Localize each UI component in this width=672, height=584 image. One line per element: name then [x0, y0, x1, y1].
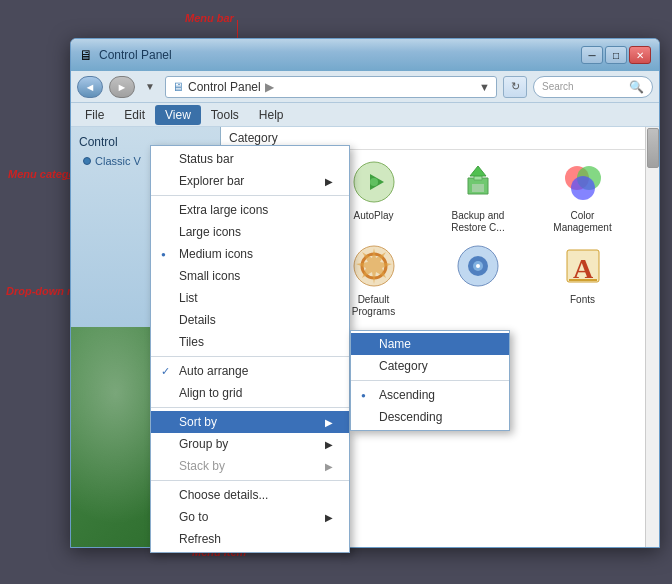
- menu-medium-icons[interactable]: Medium icons: [151, 243, 349, 265]
- separator-3: [151, 407, 349, 408]
- window-title: Control Panel: [99, 48, 172, 62]
- sort-separator: [351, 380, 509, 381]
- back-button[interactable]: ◄: [77, 76, 103, 98]
- maximize-button[interactable]: □: [605, 46, 627, 64]
- icon-device[interactable]: [438, 242, 518, 318]
- search-placeholder: Search: [542, 81, 574, 92]
- menu-edit[interactable]: Edit: [114, 105, 155, 125]
- menu-sort-by[interactable]: Sort by ▶: [151, 411, 349, 433]
- svg-point-6: [370, 178, 378, 186]
- scrollbar-vertical[interactable]: [645, 127, 659, 547]
- search-box[interactable]: Search 🔍: [533, 76, 653, 98]
- menu-small-icons[interactable]: Small icons: [151, 265, 349, 287]
- minimize-button[interactable]: ─: [581, 46, 603, 64]
- color-mgmt-label: ColorManagement: [553, 210, 611, 234]
- menu-auto-arrange[interactable]: Auto arrange: [151, 360, 349, 382]
- sort-category[interactable]: Category: [351, 355, 509, 377]
- stack-submenu-arrow: ▶: [325, 461, 333, 472]
- autoplay-icon: [350, 158, 398, 206]
- view-dropdown-menu: Status bar Explorer bar ▶ Extra large ic…: [150, 145, 350, 553]
- close-button[interactable]: ✕: [629, 46, 651, 64]
- menu-tools[interactable]: Tools: [201, 105, 249, 125]
- separator-2: [151, 356, 349, 357]
- menu-help[interactable]: Help: [249, 105, 294, 125]
- sort-submenu-arrow: ▶: [325, 417, 333, 428]
- forward-button[interactable]: ►: [109, 76, 135, 98]
- separator-4: [151, 480, 349, 481]
- menu-details[interactable]: Details: [151, 309, 349, 331]
- menu-go-to[interactable]: Go to ▶: [151, 506, 349, 528]
- sort-ascending[interactable]: Ascending: [351, 384, 509, 406]
- refresh-button[interactable]: ↻: [503, 76, 527, 98]
- icon-fonts[interactable]: A Fonts: [543, 242, 623, 318]
- sort-descending[interactable]: Descending: [351, 406, 509, 428]
- svg-point-10: [571, 176, 595, 200]
- svg-rect-7: [472, 184, 484, 192]
- scrollbar-thumb[interactable]: [647, 128, 659, 168]
- menu-status-bar[interactable]: Status bar: [151, 148, 349, 170]
- separator-1: [151, 195, 349, 196]
- menu-list[interactable]: List: [151, 287, 349, 309]
- menu-refresh[interactable]: Refresh: [151, 528, 349, 550]
- menu-stack-by[interactable]: Stack by ▶: [151, 455, 349, 477]
- address-bar: ◄ ► ▼ 🖥 Control Panel ▶ ▼ ↻ Search 🔍: [71, 71, 659, 103]
- default-programs-label: DefaultPrograms: [352, 294, 395, 318]
- sort-by-submenu: Name Category Ascending Descending: [350, 330, 510, 431]
- fonts-label: Fonts: [570, 294, 595, 306]
- menu-large-icons[interactable]: Large icons: [151, 221, 349, 243]
- device-icon: [454, 242, 502, 290]
- icon-backup[interactable]: Backup andRestore C...: [438, 158, 518, 234]
- goto-submenu-arrow: ▶: [325, 512, 333, 523]
- menu-bar-annotation: Menu bar: [185, 12, 234, 24]
- backup-label: Backup andRestore C...: [451, 210, 504, 234]
- autoplay-label: AutoPlay: [353, 210, 393, 222]
- menu-group-by[interactable]: Group by ▶: [151, 433, 349, 455]
- menu-tiles[interactable]: Tiles: [151, 331, 349, 353]
- menu-bar: File Edit View Tools Help: [71, 103, 659, 127]
- title-bar: 🖥 Control Panel ─ □ ✕: [71, 39, 659, 71]
- menu-file[interactable]: File: [75, 105, 114, 125]
- submenu-arrow: ▶: [325, 176, 333, 187]
- default-programs-icon: [350, 242, 398, 290]
- svg-point-23: [476, 264, 480, 268]
- backup-icon: [454, 158, 502, 206]
- menu-view[interactable]: View: [155, 105, 201, 125]
- address-input[interactable]: 🖥 Control Panel ▶ ▼: [165, 76, 497, 98]
- sort-name[interactable]: Name: [351, 333, 509, 355]
- search-icon: 🔍: [629, 80, 644, 94]
- menu-choose-details[interactable]: Choose details...: [151, 484, 349, 506]
- menu-explorer-bar[interactable]: Explorer bar ▶: [151, 170, 349, 192]
- group-submenu-arrow: ▶: [325, 439, 333, 450]
- menu-extra-large[interactable]: Extra large icons: [151, 199, 349, 221]
- bullet-icon: [83, 157, 91, 165]
- color-mgmt-icon: [559, 158, 607, 206]
- icon-color-mgmt[interactable]: ColorManagement: [543, 158, 623, 234]
- fonts-icon: A: [559, 242, 607, 290]
- menu-align-grid[interactable]: Align to grid: [151, 382, 349, 404]
